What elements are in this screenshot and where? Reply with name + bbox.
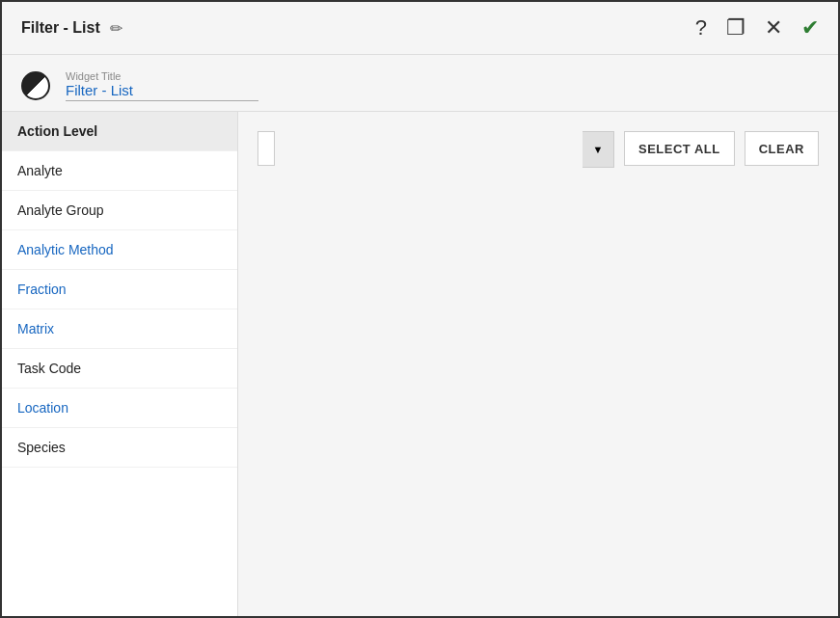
right-panel: SELECT ALL CLEAR [238,112,838,616]
widget-logo [21,71,50,100]
edit-icon[interactable]: ✏ [110,19,122,38]
select-all-button[interactable]: SELECT ALL [624,131,735,166]
list-item-species[interactable]: Species [2,428,237,468]
titlebar-icons: ? ❐ ✕ ✔ [695,17,819,39]
list-item-matrix[interactable]: Matrix [2,309,237,349]
widget-label: Widget Title [66,70,258,82]
copy-icon[interactable]: ❐ [726,17,745,39]
list-item-fraction[interactable]: Fraction [2,270,237,309]
titlebar: Filter - List ✏ ? ❐ ✕ ✔ [2,2,838,55]
content-area: Widget Title Action LevelAnalyteAnalyte … [2,55,838,616]
titlebar-left: Filter - List ✏ [21,19,122,38]
page-title: Filter - List [21,19,100,37]
list-item-action-level[interactable]: Action Level [2,112,237,151]
list-item-analyte-group[interactable]: Analyte Group [2,191,237,230]
clear-button[interactable]: CLEAR [745,131,819,166]
list-item-task-code[interactable]: Task Code [2,349,237,389]
main-area: Action LevelAnalyteAnalyte GroupAnalytic… [2,112,838,616]
help-icon[interactable]: ? [695,17,707,39]
select-wrapper [257,131,614,166]
list-item-analytic-method[interactable]: Analytic Method [2,230,237,270]
cancel-icon[interactable]: ✕ [765,17,782,39]
list-item-location[interactable]: Location [2,389,237,428]
main-window: Filter - List ✏ ? ❐ ✕ ✔ Widget Title Act… [0,0,840,618]
filter-row: SELECT ALL CLEAR [257,131,819,166]
list-item-analyte[interactable]: Analyte [2,151,237,191]
widget-title-input[interactable] [66,82,258,101]
confirm-icon[interactable]: ✔ [801,17,819,39]
widget-section: Widget Title [2,55,838,112]
filter-select[interactable] [257,131,275,166]
widget-info: Widget Title [66,70,258,101]
list-panel: Action LevelAnalyteAnalyte GroupAnalytic… [2,112,238,616]
